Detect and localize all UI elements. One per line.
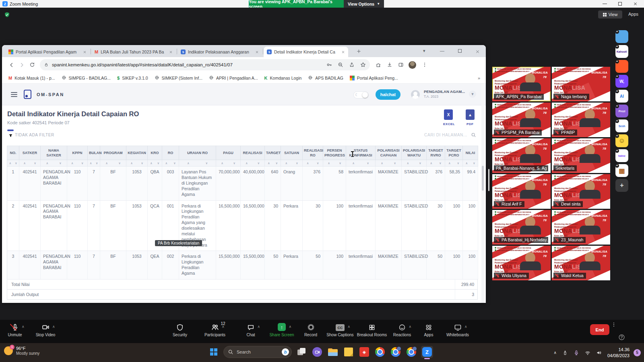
participant-tile[interactable]: MAHKAMAH AGUNG REPUBLIK INDONESIAPENGADI… [552,67,610,101]
bookmark-4[interactable]: SIMKEP (Sistem Inf... [155,75,202,81]
column-header[interactable]: REALISASI [241,146,265,160]
sort-controls[interactable]: ∧∨ [7,160,19,167]
side-panel-icon[interactable] [398,62,404,68]
toolbar-more-icon[interactable] [611,322,617,329]
column-header[interactable]: NILAI [463,146,478,160]
sort-controls[interactable]: ∧∨ [126,160,148,167]
sort-controls[interactable]: ∧∨ [463,160,478,167]
tab-close-icon[interactable] [169,50,173,54]
wifi-icon[interactable] [585,350,590,356]
toolbar-participants-button[interactable]: 12∧Participants [196,322,233,341]
taskbar-file-explorer[interactable] [327,346,339,358]
taskbar-search[interactable]: Search b [223,346,292,358]
table-row[interactable]: 3402541PENGADILAN AGAMA BARABAI1107BF105… [7,251,478,279]
sort-controls[interactable]: ∧∨ [41,160,67,167]
sort-controls[interactable]: ∧∨ [346,160,376,167]
column-header[interactable]: NAMA SATKER [41,146,67,160]
column-header[interactable]: TARGET PCRO [445,146,463,160]
bookmark-2[interactable]: SIMPEG - BADILAG... [62,75,111,81]
clock[interactable]: 14.36 04/08/2023 [607,347,630,359]
participant-tile[interactable]: MAHKAMAH AGUNG REPUBLIK INDONESIAPENGADI… [552,138,610,173]
column-header[interactable]: TARGET RVRO [427,146,445,160]
sort-controls[interactable]: ∧∨ [241,160,265,167]
column-header[interactable]: PERSEN PROGRESS [323,146,346,160]
sort-desc-icon[interactable]: ∨ [394,160,396,166]
address-bar[interactable]: spanint.kemenkeu.go.id/spanint/latest/ap… [40,59,370,70]
column-header[interactable]: BULAN [88,146,100,160]
taskbar-task-view[interactable] [295,346,308,358]
close-button[interactable] [627,0,643,8]
tray-notification-badge[interactable]: 5 [634,349,641,356]
sideapp-ai-app[interactable]: AI+ [615,90,628,103]
sort-asc-icon[interactable]: ∧ [221,160,223,166]
taskbar-video-app[interactable] [311,346,323,358]
column-header[interactable]: SATKER [19,146,41,160]
participants-scrollbar-thumb[interactable] [488,169,489,191]
halchat-button[interactable]: halchat [376,89,400,100]
sort-controls[interactable]: ∧∨ [148,160,162,167]
column-header[interactable]: PAGU [216,146,241,160]
sideapp-kahoot[interactable]: Kahoot!+ [615,45,628,58]
sort-controls[interactable]: ∧∨ [323,160,346,167]
sort-controls[interactable]: ∧∨ [303,160,323,167]
tray-chevron-icon[interactable]: ∧ [554,350,557,355]
tab-4[interactable]: SDetail Indikator Kinerja Detail Ca [264,47,348,57]
bookmark-1[interactable]: MKotak Masuk (1) - p... [8,76,55,80]
help-icon[interactable] [618,334,625,342]
sort-asc-icon[interactable]: ∧ [285,160,287,166]
volume-icon[interactable] [596,350,602,356]
tab-1[interactable]: Portal Aplikasi Pengadilan Agam [5,47,90,57]
toolbar-security-button[interactable]: Security [161,322,198,341]
sort-asc-icon[interactable]: ∧ [46,160,48,166]
taskbar-chrome-profile-3[interactable] [405,346,417,358]
taskbar-chrome[interactable] [374,346,386,358]
sort-controls[interactable]: ∧∨ [445,160,463,167]
bookmarks-overflow-icon[interactable]: » [478,76,480,80]
chevron-up-icon[interactable]: ∧ [464,325,467,329]
sort-desc-icon[interactable]: ∨ [96,160,98,166]
sort-controls[interactable]: ∧∨ [162,160,179,167]
sideapp-grid-app[interactable]: ▦+ [615,164,628,177]
taskbar-chrome-profile-2[interactable] [390,346,402,358]
sort-asc-icon[interactable]: ∧ [246,160,248,166]
browser-scrollbar[interactable] [481,84,484,303]
sort-controls[interactable]: ∧∨ [281,160,303,167]
downloads-icon[interactable] [387,62,392,68]
sideapp-add-app[interactable]: + [615,179,628,192]
bookmark-8[interactable]: Portal Aplikasi Peng... [350,76,398,80]
sort-desc-icon[interactable]: ∨ [141,160,143,166]
sort-controls[interactable]: ∧∨ [67,160,88,167]
sort-asc-icon[interactable]: ∧ [9,160,11,166]
page-search-icon[interactable] [471,132,476,139]
sort-controls[interactable]: ∧∨ [179,160,216,167]
bookmark-6[interactable]: KKomdanas Login [264,76,302,80]
zoom-out-icon[interactable] [338,62,343,68]
sideapp-blue-app[interactable]: + [615,30,628,43]
sort-controls[interactable]: ∧∨ [88,160,100,167]
sideapp-twine[interactable]: twine+ [615,149,628,162]
bookmark-star-icon[interactable] [360,62,366,68]
sort-desc-icon[interactable]: ∨ [258,160,260,166]
weather-widget[interactable]: 1 96°F Mostly sunny [4,346,39,356]
sort-desc-icon[interactable]: ∨ [118,160,120,166]
sort-controls[interactable]: ∧∨ [265,160,281,167]
sort-desc-icon[interactable]: ∨ [339,160,341,166]
participant-tile[interactable]: MAHKAMAH AGUNG REPUBLIK INDONESIAPENGADI… [552,103,610,137]
mic-tray-icon[interactable] [574,350,579,356]
menu-icon[interactable] [11,92,17,98]
sort-controls[interactable]: ∧∨ [100,160,126,167]
sort-asc-icon[interactable]: ∧ [23,160,25,166]
tab-close-icon[interactable] [341,50,345,54]
reload-icon[interactable] [27,60,37,70]
browser-min-button[interactable]: — [440,48,444,53]
bookmark-7[interactable]: APS BADILAG [308,75,343,81]
column-header[interactable]: PROGRAM [100,146,126,160]
share-icon[interactable] [349,62,355,68]
chevron-up-icon[interactable]: ∧ [222,325,225,329]
sort-controls[interactable]: ∧∨ [19,160,41,167]
sort-desc-icon[interactable]: ∨ [34,160,36,166]
minimize-button[interactable] [597,0,612,8]
column-header[interactable]: POLARISASI CAPAIAN [376,146,402,160]
toolbar-whiteboards-button[interactable]: ∧Whiteboards [439,322,476,341]
participant-tile[interactable]: MAHKAMAH AGUNG REPUBLIK INDONESIAPENGADI… [552,210,610,245]
